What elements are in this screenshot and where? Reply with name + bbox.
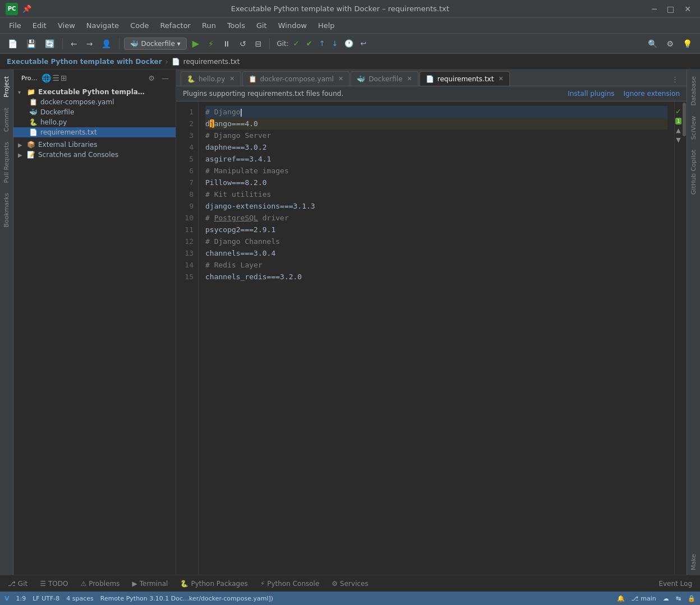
git-tick-icon[interactable]: ✔ xyxy=(304,38,315,49)
rebuild-button[interactable]: ↺ xyxy=(236,38,250,50)
menu-code[interactable]: Code xyxy=(126,20,153,31)
save-button[interactable]: 💾 xyxy=(23,38,39,50)
sidebar-globe-icon[interactable]: 🌐 xyxy=(42,73,51,83)
sidebar-collapse-icon[interactable]: — xyxy=(159,73,171,84)
gutter-down-arrow[interactable]: ▼ xyxy=(676,136,680,144)
close-button[interactable]: ✕ xyxy=(681,3,694,15)
status-cloud-icon[interactable]: ☁ xyxy=(663,595,669,602)
menu-edit[interactable]: Edit xyxy=(28,20,51,31)
sidebar-tab-project[interactable]: Pro… xyxy=(18,73,40,83)
menu-refactor[interactable]: Refactor xyxy=(155,20,195,31)
tree-item-dockerfile[interactable]: 🐳 Dockerfile xyxy=(13,107,176,117)
status-encoding[interactable]: LF UTF-8 xyxy=(33,595,59,602)
vtab-commit[interactable]: Commit xyxy=(1,103,12,136)
menu-view[interactable]: View xyxy=(53,20,80,31)
status-indent[interactable]: 4 spaces xyxy=(66,595,94,602)
bottom-tab-git[interactable]: ⎇ Git xyxy=(2,578,33,590)
editor-content[interactable]: 1 2 3 4 5 6 7 8 9 10 11 12 13 14 15 # Dj… xyxy=(176,101,687,575)
minimize-button[interactable]: ─ xyxy=(649,3,660,15)
tab-hello-py[interactable]: 🐍 hello.py ✕ xyxy=(181,71,241,86)
status-vcs[interactable]: V xyxy=(4,595,10,602)
menu-navigate[interactable]: Navigate xyxy=(82,20,123,31)
bottom-tab-python-console[interactable]: ⚡ Python Console xyxy=(255,578,325,590)
bottom-tab-terminal[interactable]: ▶ Terminal xyxy=(126,578,173,590)
tab-requirements[interactable]: 📄 requirements.txt ✕ xyxy=(420,71,510,86)
search-everywhere-button[interactable]: 🔍 xyxy=(644,38,661,50)
gutter-up-arrow[interactable]: ▲ xyxy=(676,127,680,134)
install-plugins-button[interactable]: Install plugins xyxy=(568,90,614,98)
ignore-extension-button[interactable]: Ignore extension xyxy=(624,90,680,98)
bottom-tab-services[interactable]: ⚙ Services xyxy=(326,578,374,590)
branch-icon: ⎇ xyxy=(632,595,639,602)
menu-run[interactable]: Run xyxy=(197,20,220,31)
menu-window[interactable]: Window xyxy=(274,20,311,31)
toggle-button[interactable]: ⊟ xyxy=(252,38,265,50)
window-controls[interactable]: ─ □ ✕ xyxy=(649,3,694,15)
tree-arrow-root[interactable]: ▾ xyxy=(18,89,25,95)
git-branch-indicator[interactable]: ⎇ main xyxy=(632,595,656,602)
menu-tools[interactable]: Tools xyxy=(223,20,250,31)
new-file-button[interactable]: 📄 xyxy=(4,38,21,50)
tree-item-docker-compose[interactable]: 📋 docker-compose.yaml xyxy=(13,97,176,107)
status-interpreter[interactable]: Remote Python 3.10.1 Doc…ker/docker-comp… xyxy=(100,595,273,602)
tab-overflow-button[interactable]: ⋮ xyxy=(668,73,682,86)
vtab-github-copilot[interactable]: GitHub Copilot xyxy=(688,145,699,199)
bottom-tab-problems[interactable]: ⚠ Problems xyxy=(75,578,125,590)
maximize-button[interactable]: □ xyxy=(664,3,678,15)
run-config-button[interactable]: 🐳 Dockerfile ▾ xyxy=(124,38,186,50)
editor-scrollbar[interactable] xyxy=(682,101,687,575)
tab-dockerfile[interactable]: 🐳 Dockerfile ✕ xyxy=(351,71,418,86)
sidebar-filter-icon[interactable]: ⊞ xyxy=(61,73,67,83)
run-with-coverage-button[interactable]: ⚡ xyxy=(205,38,217,50)
forward-button[interactable]: → xyxy=(83,38,96,50)
tab-requirements-close[interactable]: ✕ xyxy=(498,75,503,82)
menu-help[interactable]: Help xyxy=(314,20,339,31)
git-pull-icon[interactable]: ↓ xyxy=(330,38,340,49)
status-lock-icon[interactable]: 🔒 xyxy=(688,595,696,602)
bottom-tab-todo[interactable]: ☰ TODO xyxy=(34,578,73,590)
status-position[interactable]: 1:9 xyxy=(16,595,26,602)
code-editor[interactable]: # Django django===4.0 # Django Server da… xyxy=(199,101,674,575)
run-button[interactable]: ▶ xyxy=(189,36,202,50)
tree-item-requirements[interactable]: 📄 requirements.txt xyxy=(13,127,176,137)
tree-arrow-scratches[interactable]: ▶ xyxy=(18,152,25,158)
plugins-button[interactable]: 💡 xyxy=(679,38,696,50)
status-notifications[interactable]: 🔔 xyxy=(617,595,625,602)
settings-button[interactable]: ⚙ xyxy=(663,38,677,50)
history-button[interactable]: 👤 xyxy=(98,38,114,50)
vtab-make[interactable]: Make xyxy=(688,549,699,575)
status-indent-icon[interactable]: ↹ xyxy=(676,595,681,602)
gutter-badge[interactable]: 1 xyxy=(675,118,682,124)
tree-arrow-ext[interactable]: ▶ xyxy=(18,142,25,148)
scroll-thumb[interactable] xyxy=(683,103,686,136)
breadcrumb-file[interactable]: requirements.txt xyxy=(183,58,240,66)
vtab-sciview[interactable]: SciView xyxy=(688,112,699,144)
stop-button[interactable]: ⏸ xyxy=(219,38,234,50)
vtab-pull-requests[interactable]: Pull Requests xyxy=(1,137,12,187)
bottom-tab-python-packages[interactable]: 🐍 Python Packages xyxy=(174,578,253,590)
event-log-button[interactable]: Event Log xyxy=(653,578,698,590)
tab-docker-compose-close[interactable]: ✕ xyxy=(338,75,343,82)
sidebar-settings-icon[interactable]: ⚙ xyxy=(146,73,157,84)
menu-file[interactable]: File xyxy=(4,20,26,31)
vtab-project[interactable]: Project xyxy=(1,72,12,102)
tree-item-hello-py[interactable]: 🐍 hello.py xyxy=(13,117,176,127)
tree-item-root[interactable]: ▾ 📁 Executable Python templa… xyxy=(13,87,176,97)
menu-git[interactable]: Git xyxy=(252,20,271,31)
back-button[interactable]: ← xyxy=(67,38,81,50)
sidebar-layout-icon[interactable]: ☰ xyxy=(52,73,59,83)
tab-docker-compose[interactable]: 📋 docker-compose.yaml ✕ xyxy=(242,71,350,86)
tree-item-scratches[interactable]: ▶ 📝 Scratches and Consoles xyxy=(13,150,176,160)
git-history-icon[interactable]: 🕐 xyxy=(342,38,356,49)
git-check-icon[interactable]: ✓ xyxy=(291,38,302,49)
tab-hello-py-close[interactable]: ✕ xyxy=(229,75,234,82)
tab-dockerfile-close[interactable]: ✕ xyxy=(407,75,412,82)
git-revert-icon[interactable]: ↩ xyxy=(358,38,369,49)
vtab-bookmarks[interactable]: Bookmarks xyxy=(1,188,12,232)
vtab-database[interactable]: Database xyxy=(688,72,699,110)
tree-item-external-libraries[interactable]: ▶ 📦 External Libraries xyxy=(13,140,176,150)
git-push-icon[interactable]: ↑ xyxy=(317,38,328,49)
pin-icon[interactable]: 📌 xyxy=(22,4,31,13)
breadcrumb-project[interactable]: Executable Python template with Docker xyxy=(7,58,162,66)
sync-button[interactable]: 🔄 xyxy=(42,38,58,50)
